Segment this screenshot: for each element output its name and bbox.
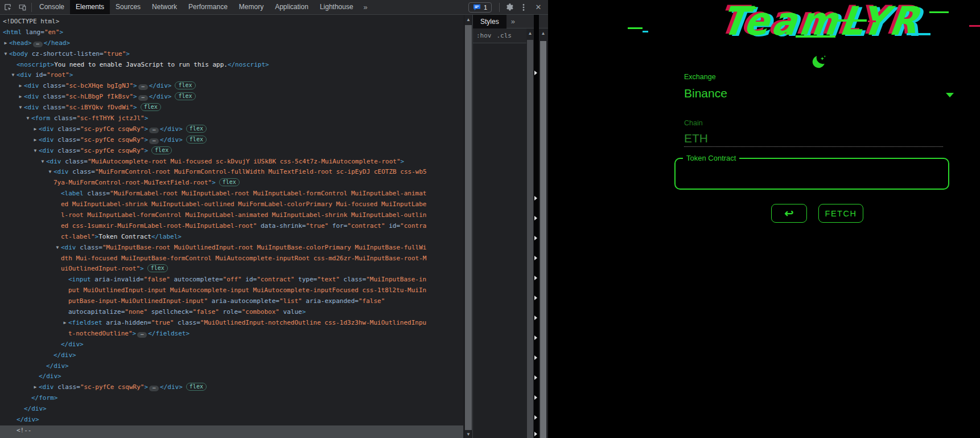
expand-arrow-icon[interactable]: ▶ [62, 318, 68, 329]
dom-tree-row[interactable]: ▶<fieldset aria-hidden="true" class="Mui… [0, 318, 463, 329]
dom-tree-row[interactable]: ▼<div class="sc-pyfCe csqwRy">flex [0, 146, 463, 157]
inline-expand-icon[interactable]: … [138, 95, 148, 101]
expand-arrow-icon[interactable]: ▶ [18, 92, 23, 103]
scroll-down-icon[interactable]: ▼ [464, 432, 472, 437]
collapse-arrow-icon[interactable]: ▼ [3, 49, 9, 60]
collapse-arrow-icon[interactable]: ▼ [55, 243, 60, 253]
devtools-tab-performance[interactable]: Performance [183, 0, 233, 14]
dom-tree-row[interactable]: ed css-1sumxir-MuiFormLabel-root-MuiInpu… [0, 221, 463, 232]
kebab-menu-icon[interactable] [516, 0, 531, 14]
dom-tree-row[interactable]: ▼<div class="MuiFormControl-root MuiForm… [0, 167, 463, 178]
dom-tree-row[interactable]: ▼<body cz-shortcut-listen="true"> [0, 49, 463, 60]
dom-tree-row[interactable]: ▼<form class="sc-ftTHYK jctzJl"> [0, 113, 463, 124]
collapse-arrow-icon[interactable]: ▼ [32, 146, 38, 157]
devtools-tab-network[interactable]: Network [146, 0, 183, 14]
submit-enter-button[interactable]: ↩ [771, 204, 807, 223]
dom-tree-row[interactable]: <html lang="en"> [0, 27, 463, 38]
expand-arrow-icon[interactable]: ▶ [32, 135, 38, 146]
flex-badge[interactable]: flex [175, 92, 195, 100]
dom-tree-row[interactable]: uiOutlinedInput-root">flex [0, 264, 463, 275]
dom-tree-row[interactable]: ▼<div class="MuiAutocomplete-root Mui-fo… [0, 157, 463, 167]
dom-tree-row[interactable]: <input aria-invalid="false" autocomplete… [0, 275, 463, 285]
collapse-arrow-icon[interactable]: ▼ [25, 113, 31, 124]
collapse-arrow-icon[interactable]: ▼ [10, 70, 16, 81]
scroll-up-icon[interactable]: ▲ [526, 31, 534, 36]
dom-tree-row[interactable]: ▼<div id="root"> [0, 70, 463, 81]
tab-styles[interactable]: Styles [473, 15, 507, 28]
flex-badge[interactable]: flex [141, 103, 161, 111]
panel-edge-scrollbar[interactable]: ▲ [540, 28, 547, 438]
scrollbar-thumb[interactable] [465, 25, 472, 430]
scrollbar-thumb[interactable] [527, 40, 533, 438]
flex-badge[interactable]: flex [175, 81, 195, 89]
flex-badge[interactable]: flex [219, 178, 240, 186]
dom-tree-row[interactable]: ▶<div class="sc-pyfCe csqwRy">…</div>fle… [0, 135, 463, 146]
scroll-up-icon[interactable]: ▲ [464, 17, 472, 22]
scroll-up-icon[interactable]: ▲ [540, 31, 547, 36]
flex-badge[interactable]: flex [186, 136, 207, 144]
dom-tree-row[interactable]: l-root MuiInputLabel-formControl MuiInpu… [0, 210, 463, 221]
dom-tree-row[interactable]: ▶<div class="sc-bcXHqe bgIgNJ">…</div>fl… [0, 81, 463, 92]
dom-tree-row[interactable]: autocapitalize="none" spellcheck="false"… [0, 307, 463, 318]
collapse-arrow-icon[interactable]: ▼ [18, 103, 23, 113]
dom-tree-row[interactable]: dth Mui-focused MuiInputBase-formControl… [0, 253, 463, 264]
dom-tree-row[interactable]: t-notchedOutline">…</fieldset> [0, 329, 463, 339]
flex-badge[interactable]: flex [147, 264, 168, 272]
exchange-select-value[interactable]: Binance [684, 87, 727, 100]
dom-tree-row[interactable]: ▶<head>…</head> [0, 38, 463, 49]
devtools-tab-application[interactable]: Application [269, 0, 314, 14]
dom-tree-row[interactable]: ▼<div class="MuiInputBase-root MuiOutlin… [0, 243, 463, 253]
inline-expand-icon[interactable]: … [149, 128, 159, 133]
inline-expand-icon[interactable]: … [33, 42, 43, 47]
flex-badge[interactable]: flex [186, 383, 207, 391]
chevron-down-icon[interactable] [946, 93, 954, 97]
fetch-button[interactable]: FETCH [818, 204, 863, 223]
settings-gear-icon[interactable] [501, 0, 516, 14]
scrollbar-thumb[interactable] [540, 41, 546, 438]
dom-tree-row[interactable]: ▶<div class="sc-pyfCe csqwRy">…</div>fle… [0, 382, 463, 393]
expand-arrow-icon[interactable]: ▶ [32, 382, 38, 393]
class-toggle[interactable]: .cls [497, 32, 512, 39]
token-contract-field[interactable]: Token Contract [674, 158, 949, 190]
dom-tree-row[interactable]: <noscript>You need to enable JavaScript … [0, 60, 463, 71]
elements-scrollbar[interactable]: ▲ ▼ [464, 15, 472, 438]
dom-tree-row[interactable]: 7ya-MuiFormControl-root-MuiTextField-roo… [0, 178, 463, 189]
dom-tree-row[interactable]: <label class="MuiFormLabel-root MuiInput… [0, 189, 463, 199]
dom-tree-row[interactable]: ed MuiInputLabel-shrink MuiInputLabel-ou… [0, 199, 463, 210]
dom-tree-row[interactable]: <!DOCTYPE html> [0, 17, 463, 27]
styles-scrollbar[interactable]: ▲ [526, 28, 534, 438]
close-icon[interactable]: ✕ [531, 0, 546, 14]
dom-tree-row[interactable]: ▶<div class="sc-pyfCe csqwRy">…</div>fle… [0, 124, 463, 135]
dom-tree-row[interactable]: </div> [0, 339, 463, 350]
flex-badge[interactable]: flex [186, 125, 207, 133]
dom-tree-row[interactable]: ▶<div class="sc-hLBbgP fIkBsv">…</div>fl… [0, 92, 463, 103]
dom-tree-row[interactable]: </div> [0, 350, 463, 361]
collapse-arrow-icon[interactable]: ▼ [40, 157, 46, 167]
dom-tree-row[interactable]: put MuiOutlinedInput-input MuiAutocomple… [0, 285, 463, 296]
dom-tree-row[interactable]: putBase-input-MuiOutlinedInput-input" ar… [0, 296, 463, 307]
dom-tree-row[interactable]: </div> [0, 361, 463, 372]
inspect-icon[interactable] [0, 0, 15, 14]
chain-select-value[interactable]: ETH [684, 132, 708, 145]
dom-tree-row[interactable]: </form> [0, 393, 463, 404]
device-toolbar-icon[interactable] [15, 0, 30, 14]
devtools-tab-elements[interactable]: Elements [70, 0, 110, 14]
dom-tree-row[interactable]: </div> [0, 415, 463, 425]
expand-arrow-icon[interactable]: ▶ [18, 81, 23, 92]
inline-expand-icon[interactable]: … [137, 332, 147, 338]
dom-tree-row[interactable]: </div> [0, 371, 463, 382]
devtools-tab-sources[interactable]: Sources [110, 0, 146, 14]
dom-tree-row[interactable]: <!-- [0, 425, 463, 436]
hover-state-toggle[interactable]: :hov [476, 32, 492, 39]
dom-tree-row[interactable]: ct-label">Token Contract</label> [0, 232, 463, 243]
devtools-tab-memory[interactable]: Memory [233, 0, 269, 14]
flex-badge[interactable]: flex [151, 146, 172, 154]
elements-tree[interactable]: <!DOCTYPE html><html lang="en">▶<head>…<… [0, 15, 463, 438]
dom-tree-row[interactable]: ▼<div class="sc-iBYQkv fDvdWi">flex [0, 103, 463, 113]
token-contract-input[interactable] [680, 162, 944, 185]
dom-tree-row[interactable]: </div> [0, 404, 463, 415]
inline-expand-icon[interactable]: … [149, 138, 159, 144]
inline-expand-icon[interactable]: … [138, 84, 148, 90]
collapse-arrow-icon[interactable]: ▼ [47, 167, 53, 178]
inline-expand-icon[interactable]: … [149, 386, 159, 391]
